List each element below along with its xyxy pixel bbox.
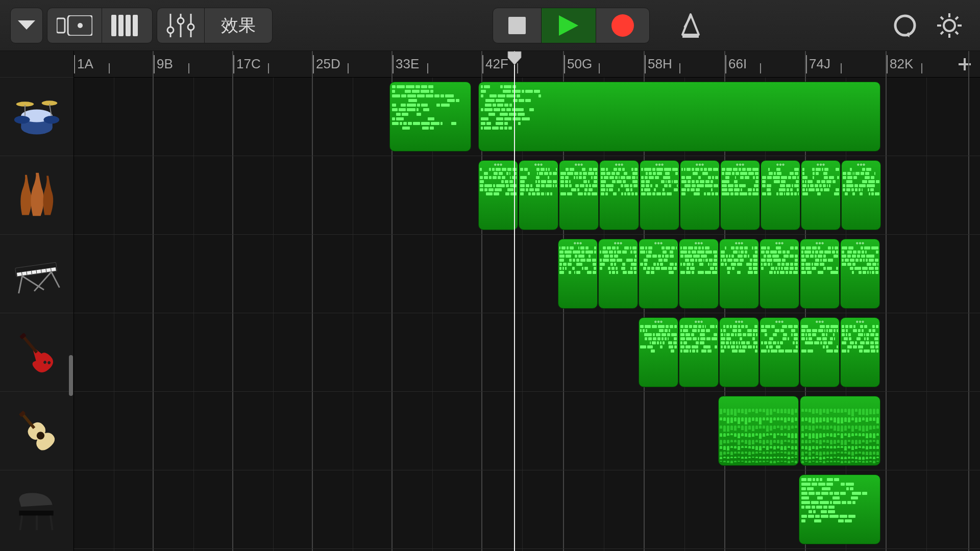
region[interactable]: ••• [679, 239, 719, 309]
region[interactable]: ••• [719, 239, 759, 309]
region[interactable]: ••• [680, 160, 720, 230]
ruler-label: 66I [725, 56, 747, 72]
region[interactable]: ••• [519, 160, 558, 230]
metronome-icon [677, 12, 704, 39]
track-header-acoustic-guitar[interactable] [0, 392, 74, 470]
svg-point-13 [188, 24, 194, 30]
ruler-marker[interactable]: 58H [645, 51, 672, 77]
track-row[interactable]: •••••••••••••••••••••••• [74, 235, 980, 313]
region[interactable] [800, 396, 880, 466]
svg-rect-58 [19, 511, 53, 516]
region[interactable] [799, 474, 880, 544]
track-row[interactable] [74, 470, 980, 549]
region[interactable]: ••• [639, 239, 678, 309]
region[interactable]: ••• [801, 160, 841, 230]
track-header-strings[interactable] [0, 156, 74, 235]
stop-button[interactable] [493, 8, 542, 43]
play-icon [559, 15, 578, 36]
playhead-handle-icon [507, 51, 522, 66]
track-row[interactable] [74, 392, 980, 470]
svg-line-25 [941, 17, 943, 19]
grand-piano-icon [11, 484, 62, 535]
settings-button[interactable] [929, 12, 970, 39]
svg-rect-14 [508, 17, 526, 34]
region[interactable]: ••• [639, 317, 678, 387]
toolbar: 效果 [0, 0, 980, 51]
transport-group [493, 8, 650, 43]
dropdown-button[interactable] [10, 8, 43, 43]
region[interactable]: ••• [800, 239, 840, 309]
svg-point-3 [78, 23, 83, 28]
track-scroll-indicator[interactable] [69, 355, 73, 396]
ruler-marker[interactable]: 33E [393, 51, 419, 77]
track-header-piano[interactable] [0, 470, 74, 549]
metronome-button[interactable] [670, 12, 711, 39]
ruler-label: 42F [482, 56, 508, 72]
tracks-view-icon [57, 15, 92, 36]
region[interactable]: ••• [719, 317, 759, 387]
mixer-button[interactable] [157, 8, 205, 43]
piano-icon [111, 15, 143, 36]
region[interactable]: ••• [761, 160, 800, 230]
svg-rect-7 [133, 15, 138, 36]
ruler-label: 74J [806, 56, 830, 72]
arrange-area[interactable]: 1A 9B 17C 25D 33E 42F [74, 51, 980, 551]
region[interactable]: ••• [599, 160, 639, 230]
region[interactable]: ••• [841, 160, 881, 230]
ruler-marker[interactable]: 50G [564, 51, 592, 77]
ruler-label: 1A [74, 56, 93, 72]
loop-button[interactable] [885, 13, 925, 38]
svg-rect-5 [118, 15, 124, 36]
loop-icon [892, 13, 918, 38]
ruler-marker[interactable]: 25D [313, 51, 340, 77]
tracks-view-button[interactable] [47, 8, 102, 43]
region[interactable] [478, 82, 880, 152]
playhead[interactable] [514, 51, 515, 551]
track-row[interactable]: •••••••••••••••••• [74, 313, 980, 392]
region[interactable]: ••• [840, 239, 880, 309]
region[interactable]: ••• [478, 160, 518, 230]
track-header-electric-guitar[interactable] [0, 313, 74, 392]
play-button[interactable] [542, 8, 596, 43]
svg-point-16 [611, 14, 634, 37]
svg-marker-0 [18, 20, 35, 30]
track-header-column [0, 51, 74, 551]
region[interactable]: ••• [760, 317, 799, 387]
add-section-button[interactable] [955, 55, 974, 73]
track-header-keyboard[interactable] [0, 235, 74, 313]
track-row[interactable] [74, 78, 980, 156]
ruler-marker[interactable]: 9B [154, 51, 173, 77]
piano-view-button[interactable] [102, 8, 152, 43]
plus-icon [958, 57, 972, 71]
region[interactable] [718, 396, 799, 466]
ruler-marker[interactable]: 42F [482, 51, 508, 77]
ruler-marker[interactable]: 74J [806, 51, 830, 77]
acoustic-guitar-icon [11, 406, 62, 457]
region[interactable]: ••• [558, 239, 598, 309]
timeline-ruler[interactable]: 1A 9B 17C 25D 33E 42F [74, 51, 980, 78]
region[interactable]: ••• [720, 160, 760, 230]
ruler-marker[interactable]: 82K [887, 51, 913, 77]
region[interactable]: ••• [679, 317, 719, 387]
region[interactable]: ••• [640, 160, 679, 230]
svg-line-17 [684, 16, 691, 28]
svg-point-19 [895, 16, 915, 35]
region[interactable]: ••• [800, 317, 840, 387]
track-row[interactable]: •••••••••••••••••••••••••••••• [74, 156, 980, 235]
ruler-marker[interactable]: 66I [725, 51, 747, 77]
track-header-drums[interactable] [0, 78, 74, 156]
svg-line-28 [941, 32, 943, 34]
svg-rect-51 [22, 335, 38, 353]
chevron-down-icon [18, 20, 35, 31]
region[interactable]: ••• [760, 239, 799, 309]
ruler-marker[interactable]: 1A [74, 51, 93, 77]
region[interactable] [389, 82, 471, 152]
ruler-label: 9B [154, 56, 173, 72]
region[interactable]: ••• [840, 317, 880, 387]
ruler-marker[interactable]: 17C [233, 51, 261, 77]
electric-guitar-icon [11, 327, 62, 378]
record-button[interactable] [596, 8, 649, 43]
region[interactable]: ••• [598, 239, 638, 309]
fx-button[interactable]: 效果 [205, 8, 272, 43]
region[interactable]: ••• [559, 160, 599, 230]
